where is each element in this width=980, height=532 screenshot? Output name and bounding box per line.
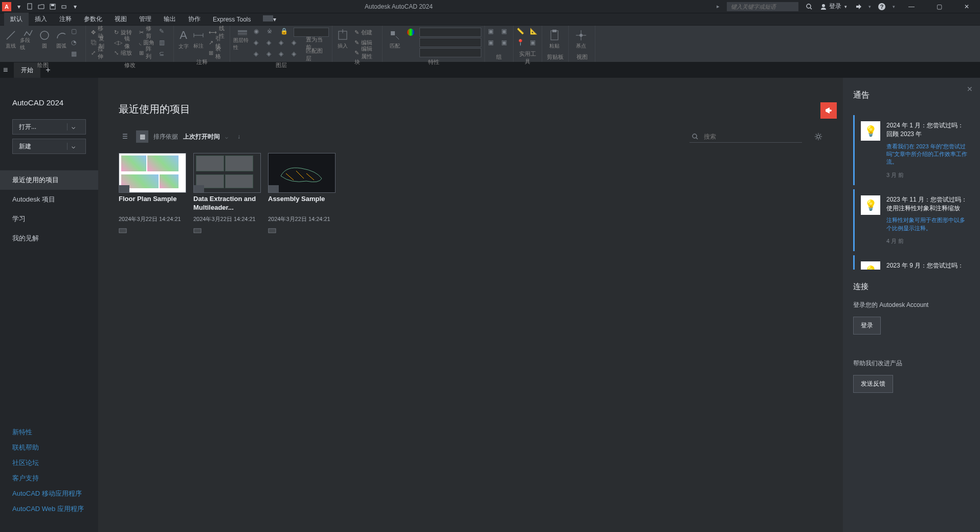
group-1[interactable]: ▣ xyxy=(488,28,499,38)
props-color[interactable] xyxy=(406,28,417,38)
link-mobile[interactable]: AutoCAD 移动应用程序 xyxy=(12,486,86,501)
feedback-button[interactable]: 发送反馈 xyxy=(853,375,893,393)
notification-item[interactable]: 💡 2023 年 11 月：您尝试过吗：使用注释性对象和注释缩放 注释性对象可用… xyxy=(853,189,970,251)
dimension-button[interactable]: 标注 xyxy=(192,28,205,51)
array-button[interactable]: ⊞ 阵列 xyxy=(137,48,157,57)
block-create[interactable]: ✎ 创建 xyxy=(352,28,379,37)
print-icon[interactable] xyxy=(59,2,69,11)
sort-direction-icon[interactable]: ↓ xyxy=(237,133,240,140)
sidebar-nav-insights[interactable]: 我的见解 xyxy=(0,229,98,248)
menu-default[interactable]: 默认 xyxy=(4,13,29,26)
link-web[interactable]: AutoCAD Web 应用程序 xyxy=(12,501,86,517)
open-file-icon[interactable] xyxy=(37,2,46,11)
menu-insert[interactable]: 插入 xyxy=(29,13,53,26)
project-card[interactable]: Assembly Sample 2024年3月22日 14:24:21 xyxy=(268,153,336,233)
basepoint-button[interactable]: 基点 xyxy=(572,28,590,51)
link-whatsnew[interactable]: 新特性 xyxy=(12,425,86,440)
project-search-input[interactable] xyxy=(689,131,802,143)
layer-btn-6[interactable]: ◈ xyxy=(279,39,289,49)
layer-btn-10[interactable]: ◈ xyxy=(279,50,289,60)
qat-dropdown[interactable]: ▾ xyxy=(14,2,24,11)
new-button[interactable]: 新建 ⌵ xyxy=(12,139,86,154)
maximize-button[interactable]: ▢ xyxy=(928,0,950,13)
pin-announcements-button[interactable] xyxy=(820,102,837,119)
trim-button[interactable]: ✂ 修剪 xyxy=(137,28,157,37)
menu-express[interactable]: Express Tools xyxy=(207,14,257,25)
layer-btn-8[interactable]: ◈ xyxy=(254,50,264,60)
layer-props-button[interactable]: 图层特性 xyxy=(233,28,252,51)
layer-btn-4[interactable]: ◈ xyxy=(254,39,264,49)
help-icon[interactable]: ? xyxy=(877,2,886,11)
minimize-button[interactable]: — xyxy=(900,0,923,13)
project-card[interactable]: Data Extraction and Multileader... 2024年… xyxy=(193,153,261,233)
group-4[interactable]: ▣ xyxy=(501,39,513,49)
menu-view[interactable]: 视图 xyxy=(108,13,133,26)
props-dd-2[interactable] xyxy=(419,38,481,47)
match-props-button[interactable]: 匹配 xyxy=(386,28,404,51)
link-support[interactable]: 客户支持 xyxy=(12,471,86,486)
draw-more-1[interactable]: ▢ xyxy=(71,28,82,38)
layer-btn-9[interactable]: ◈ xyxy=(266,50,277,60)
arc-button[interactable]: 圆弧 xyxy=(54,28,69,51)
circle-button[interactable]: 圆 xyxy=(37,28,52,51)
exchange-icon[interactable] xyxy=(853,2,862,11)
search-icon[interactable] xyxy=(805,2,814,11)
menu-collab[interactable]: 协作 xyxy=(182,13,207,26)
mirror-button[interactable]: ◁▷ 镜像 xyxy=(112,38,135,47)
scale-button[interactable]: ⤡ 缩放 xyxy=(112,48,135,57)
layer-btn-3[interactable]: 🔒 xyxy=(280,28,292,38)
sort-arrow-icon[interactable]: ⌵ xyxy=(225,134,228,140)
modify-more-2[interactable]: ▥ xyxy=(159,39,170,49)
layer-btn-2[interactable]: ※ xyxy=(267,28,278,38)
app-icon[interactable]: A xyxy=(2,2,11,11)
grid-view-button[interactable]: ▦ xyxy=(136,130,148,143)
util-1[interactable]: 📏 xyxy=(517,28,528,38)
sidebar-nav-learn[interactable]: 学习 xyxy=(0,209,98,229)
props-dd-3[interactable] xyxy=(419,48,481,57)
draw-more-3[interactable]: ▦ xyxy=(71,50,82,60)
sort-dropdown[interactable]: 上次打开时间 xyxy=(183,132,220,141)
menu-manage[interactable]: 管理 xyxy=(133,13,158,26)
util-2[interactable]: 📍 xyxy=(517,39,528,49)
group-2[interactable]: ▣ xyxy=(488,39,499,49)
notification-item[interactable]: 💡 2023 年 9 月：您尝试过吗： xyxy=(853,255,970,270)
layer-match[interactable]: 匹配图层 xyxy=(304,50,329,59)
text-button[interactable]: A文字 xyxy=(177,28,190,51)
layer-btn-7[interactable]: ◈ xyxy=(292,39,302,49)
layer-btn-1[interactable]: ◉ xyxy=(254,28,265,38)
table-button[interactable]: ⊞ 表格 xyxy=(207,48,227,57)
props-dd-1[interactable] xyxy=(419,28,481,37)
list-view-button[interactable]: ☰ xyxy=(119,130,131,143)
login-menu[interactable]: 登录 ▾ xyxy=(820,2,847,11)
project-card[interactable]: Floor Plan Sample 2024年3月22日 14:24:21 xyxy=(119,153,186,233)
qat-more[interactable]: ▾ xyxy=(71,2,80,11)
draw-more-2[interactable]: ◔ xyxy=(71,39,82,49)
save-icon[interactable] xyxy=(48,2,57,11)
help-search-input[interactable] xyxy=(727,2,798,11)
menu-annotate[interactable]: 注释 xyxy=(53,13,78,26)
menu-featured[interactable]: ▾ xyxy=(257,13,282,25)
sidebar-nav-recent[interactable]: 最近使用的项目 xyxy=(0,170,98,190)
polyline-button[interactable]: 多段线 xyxy=(20,28,35,51)
block-attr[interactable]: ✎ 编辑属性 xyxy=(352,48,379,57)
util-3[interactable]: 📐 xyxy=(530,28,541,38)
group-3[interactable]: ▣ xyxy=(501,28,513,38)
close-button[interactable]: ✕ xyxy=(955,0,978,13)
close-panel-button[interactable]: ✕ xyxy=(967,85,973,93)
insert-block-button[interactable]: 插入 xyxy=(336,28,350,51)
layer-btn-11[interactable]: ◈ xyxy=(292,50,302,60)
login-button[interactable]: 登录 xyxy=(853,317,881,335)
layer-btn-5[interactable]: ◈ xyxy=(266,39,277,49)
notification-item[interactable]: 💡 2024 年 1 月：您尝试过吗：回顾 2023 年 查看我们在 2023 … xyxy=(853,115,970,185)
line-button[interactable]: 直线 xyxy=(3,28,18,51)
paste-button[interactable]: 粘贴 xyxy=(545,28,564,51)
menu-parametric[interactable]: 参数化 xyxy=(78,13,108,26)
link-forum[interactable]: 社区论坛 xyxy=(12,455,86,471)
stretch-button[interactable]: ⤢ 拉伸 xyxy=(89,48,110,57)
open-button[interactable]: 打开... ⌵ xyxy=(12,119,86,135)
new-dropdown[interactable]: ⌵ xyxy=(67,143,79,150)
notif-link[interactable]: 注释性对象可用于在图形中以多个比例显示注释。 xyxy=(886,216,970,232)
modify-more-1[interactable]: ✎ xyxy=(159,28,170,38)
modify-more-3[interactable]: ⊆ xyxy=(159,50,170,60)
new-file-icon[interactable] xyxy=(26,2,35,11)
